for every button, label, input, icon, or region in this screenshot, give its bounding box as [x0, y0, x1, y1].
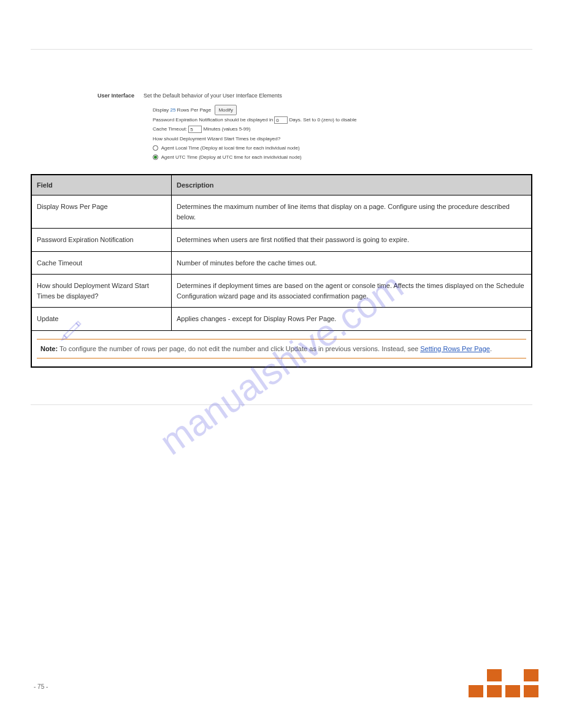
ui-figure: User Interface Set the Default behavior …: [98, 93, 465, 162]
note-text: To configure the number of rows per page…: [59, 345, 418, 352]
orange-rule-bottom: [37, 358, 526, 358]
page-container: User Interface Set the Default behavior …: [0, 0, 563, 436]
note-cell: Note: To configure the number of rows pe…: [31, 330, 532, 367]
th-field: Field: [31, 175, 171, 195]
note-body: Note: To configure the number of rows pe…: [37, 341, 526, 357]
rows-prefix: Display: [153, 107, 169, 113]
cache-row: Cache Timeout: 5 Minutes (values 5-99): [153, 124, 465, 134]
opt-utc-row[interactable]: Agent UTC Time (Deploy at UTC time for e…: [153, 153, 465, 162]
note-row: Note: To configure the number of rows pe…: [31, 330, 532, 367]
ui-body: Display 25 Rows Per Page Modify Password…: [98, 105, 465, 162]
opt-local-row[interactable]: Agent Local Time (Deploy at local time f…: [153, 143, 465, 153]
radio-unselected-icon[interactable]: [153, 145, 158, 151]
ui-section-desc: Set the Default behavior of your User In…: [144, 93, 282, 99]
note-tail: .: [490, 345, 492, 352]
note-label: Note:: [40, 345, 58, 352]
pw-row: Password Expiration Notification should …: [153, 115, 465, 124]
cell-field: Display Rows Per Page: [31, 195, 171, 229]
th-desc: Description: [171, 175, 532, 195]
rows-suffix: Rows Per Page: [177, 107, 212, 113]
table-header-row: Field Description: [31, 175, 532, 195]
table-row: Password Expiration Notification Determi…: [31, 229, 532, 252]
logo: [453, 669, 538, 697]
cell-field: Password Expiration Notification: [31, 229, 171, 252]
top-divider: [31, 49, 532, 50]
fields-table: Field Description Display Rows Per Page …: [31, 174, 532, 368]
table-row: Cache Timeout Number of minutes before t…: [31, 251, 532, 275]
cell-field: How should Deployment Wizard Start Times…: [31, 275, 171, 308]
cache-input[interactable]: 5: [188, 126, 202, 133]
cell-field: Update: [31, 308, 171, 331]
modify-button[interactable]: Modify: [215, 105, 237, 115]
cell-desc: Determines if deployment times are based…: [171, 275, 532, 308]
cell-desc: Number of minutes before the cache times…: [171, 251, 532, 275]
cache-suffix: Minutes (values 5-99): [204, 126, 251, 132]
pw-prefix: Password Expiration Notification should …: [153, 117, 273, 123]
pw-suffix: Days. Set to 0 (zero) to disable: [289, 117, 357, 123]
ui-section-label: User Interface: [98, 93, 134, 99]
note-link[interactable]: Setting Rows Per Page: [420, 345, 490, 352]
deploy-q: How should Deployment Wizard Start Times…: [153, 134, 465, 143]
cell-desc: Applies changes - except for Display Row…: [171, 308, 532, 331]
pw-days-input[interactable]: 0: [274, 116, 288, 124]
cell-desc: Determines the maximum number of line it…: [171, 195, 532, 229]
rows-value[interactable]: 25: [170, 107, 175, 113]
table-row: How should Deployment Wizard Start Times…: [31, 275, 532, 308]
radio-selected-icon[interactable]: [153, 154, 158, 160]
table-row: Display Rows Per Page Determines the max…: [31, 195, 532, 229]
orange-rule-top: [37, 339, 526, 339]
table-row: Update Applies changes - except for Disp…: [31, 308, 532, 331]
page-number: - 75 -: [34, 683, 48, 690]
cell-field: Cache Timeout: [31, 251, 171, 275]
opt-utc-label: Agent UTC Time (Deploy at UTC time for e…: [161, 154, 302, 160]
bottom-divider: [31, 404, 532, 405]
cell-desc: Determines when users are first notified…: [171, 229, 532, 252]
opt-local-label: Agent Local Time (Deploy at local time f…: [161, 145, 300, 151]
cache-prefix: Cache Timeout:: [153, 126, 187, 132]
ui-section-heading: User Interface Set the Default behavior …: [98, 93, 465, 99]
rows-per-page-row: Display 25 Rows Per Page Modify: [153, 105, 465, 115]
